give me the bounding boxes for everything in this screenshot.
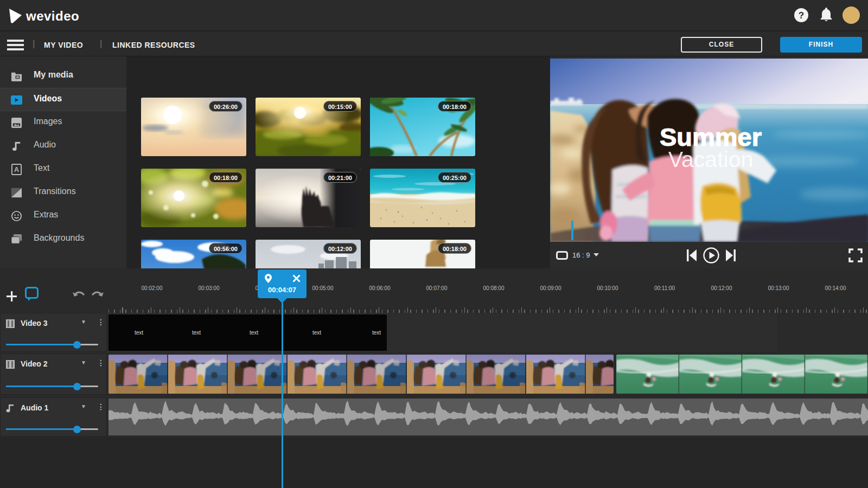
- svg-text:wevideo: wevideo: [25, 9, 79, 23]
- svg-text:Vacation: Vacation: [668, 147, 754, 172]
- svg-text:A: A: [14, 166, 19, 174]
- svg-text:?: ?: [799, 10, 804, 21]
